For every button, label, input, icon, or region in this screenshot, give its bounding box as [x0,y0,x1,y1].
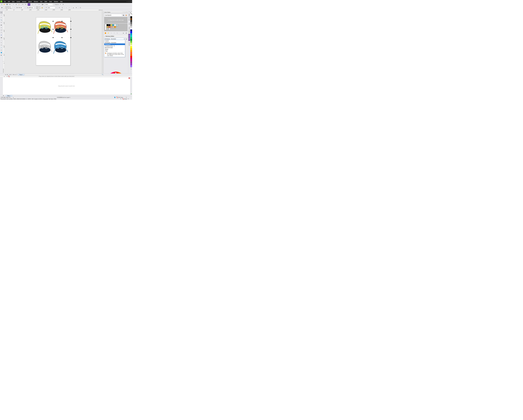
palette-swatch[interactable] [130,50,132,52]
palette-swatch[interactable] [130,41,132,43]
menu-layout[interactable]: Layout [16,0,21,2]
color-swatch[interactable] [105,24,106,26]
y-value[interactable]: 224,114 mm [5,8,11,9]
palette-swatch[interactable] [130,30,132,31]
docker-menu-icon[interactable]: ▭ [124,11,126,13]
palette-swatch[interactable] [130,65,132,67]
harmony-option[interactable]: Monochromatic [104,47,125,49]
artwork-hat-coral[interactable]: × [53,21,68,35]
color-wheel[interactable] [106,72,125,74]
drawing-canvas[interactable]: × [5,11,103,74]
artwork-hat-grey[interactable] [37,41,53,55]
coord-flyout-icon[interactable]: ▸ [13,97,14,98]
last-page-button[interactable]: ⏭ [14,74,16,75]
redo-button[interactable]: ↷▾ [24,3,27,6]
palette-swatch[interactable] [130,31,132,33]
harmony-option[interactable]: Analogous [104,43,125,45]
new-button[interactable]: 🗋 [0,3,3,6]
palette-swatch[interactable] [130,37,132,39]
new-harmony-button[interactable]: 🎨 [125,14,128,16]
text-tool[interactable]: A [0,34,2,36]
palette-swatch[interactable] [130,54,132,56]
publish-pdf-button[interactable]: ▾ [38,3,40,6]
palette-swatch[interactable] [130,56,132,58]
smart-fill-tool[interactable]: ◧ [0,24,2,26]
tab-color-styles[interactable]: Color Styles [128,34,130,41]
color-swatch[interactable] [116,24,118,26]
delete-style-button[interactable]: 🗑 [125,32,128,34]
menu-view[interactable]: View [11,0,16,2]
tray-menu-icon[interactable]: ▾ [3,95,4,96]
menu-effects[interactable]: Effects [27,0,33,2]
crop-tool[interactable]: ✂ [0,16,2,19]
copy-button[interactable]: ⧉ [15,3,17,6]
palette-swatch[interactable] [130,18,132,20]
palette-down-icon[interactable]: ▾ [130,67,132,69]
color-swatch[interactable] [105,26,106,28]
convert-curves-button[interactable]: ◫ [79,6,82,9]
tab-connect[interactable]: Connect [128,41,130,46]
new-color-style-button[interactable]: ➕ [122,14,125,16]
first-page-button[interactable]: ⏮ [5,74,6,75]
tray-drop-area[interactable]: ✕ Drag favorite search results here [3,77,130,95]
menu-bitmaps[interactable]: Bitmaps [33,0,39,2]
to-front-button[interactable]: ▲ [72,6,74,9]
add-page-button[interactable]: 🗋 [16,74,17,75]
open-button[interactable]: 📂 [3,3,6,6]
palette-swatch[interactable] [130,62,132,63]
zoom-level-dropdown[interactable]: 41% [45,3,53,6]
palette-swatch[interactable] [130,14,132,16]
edit-outline-button[interactable]: ✎ [127,98,130,100]
zoom-tool[interactable]: 🔍 [0,19,2,21]
doc-palette-nocolor[interactable] [8,76,10,77]
palette-swatch[interactable] [130,33,132,35]
harmony-option[interactable]: Tetrad [104,49,125,50]
profiles-flyout-icon[interactable]: ▸ [56,98,56,99]
x-value[interactable]: 162,99 mm [5,6,11,8]
cut-button[interactable]: ✂ [12,3,15,6]
tray-add-button[interactable]: ⊕ [130,93,132,95]
ruler-vertical[interactable]: 300 250 200 150 100 50 0 millimeters [3,11,5,74]
palette-swatch[interactable] [130,24,132,26]
lock-ratio-button[interactable]: 🔒 [41,6,43,9]
ruler-horizontal[interactable]: -50 0 50 100 150 200 250 300 350 millime… [5,9,103,11]
palette-swatch[interactable] [130,26,132,28]
window-minimize-icon[interactable]: — [126,1,128,2]
app-launcher-button[interactable]: ▦▾ [41,3,44,6]
interactive-fill-tool[interactable]: ◐ [0,54,2,56]
color-swatch[interactable] [106,24,108,26]
docker-close-icon[interactable]: ✕ [126,11,128,13]
save-button[interactable]: 💾 [6,3,8,6]
palette-swatch[interactable] [130,22,132,24]
undo-button[interactable]: ↶▾ [21,3,24,6]
ungroup-all-button[interactable]: ⫟ [68,6,71,9]
search-content-button[interactable]: ⚲ [28,3,30,6]
harmony-rule-dropdown[interactable]: Analogous - Accented▾ [104,38,125,40]
new-folder-button[interactable]: 📁 [107,32,110,34]
window-close-icon[interactable]: ✕ [130,1,132,2]
color-swatch[interactable] [106,26,108,28]
palette-swatch[interactable] [130,60,132,62]
menu-tools[interactable]: Tools [48,0,53,2]
color-swatch[interactable] [110,24,112,26]
color-style-swatches[interactable] [104,24,128,31]
rectangle-tool[interactable]: ▭ [0,26,2,29]
palette-swatch[interactable] [130,58,132,60]
docker-collapse-icon[interactable]: » [123,11,124,13]
color-swatch[interactable] [108,26,110,28]
menu-file[interactable]: File [3,0,7,2]
color-swatch[interactable] [108,24,110,26]
palette-no-color[interactable] [130,13,132,14]
palette-swatch[interactable] [130,20,132,22]
palette-swatch[interactable] [130,35,132,37]
artwork-hat-yellow[interactable] [37,21,53,35]
harmony-option[interactable]: Analogous - Accented [104,42,125,43]
harmony-option[interactable]: Custom [104,40,125,42]
tab-hints[interactable]: Hints [128,22,130,26]
menu-text[interactable]: Text [39,0,43,2]
menu-window[interactable]: Window [53,0,59,2]
dimension-tool[interactable]: ↔ [0,39,2,41]
new-style-button[interactable]: 🟧 [104,32,107,34]
paste-button[interactable]: 📋 [18,3,20,6]
palette-swatch[interactable] [130,63,132,65]
